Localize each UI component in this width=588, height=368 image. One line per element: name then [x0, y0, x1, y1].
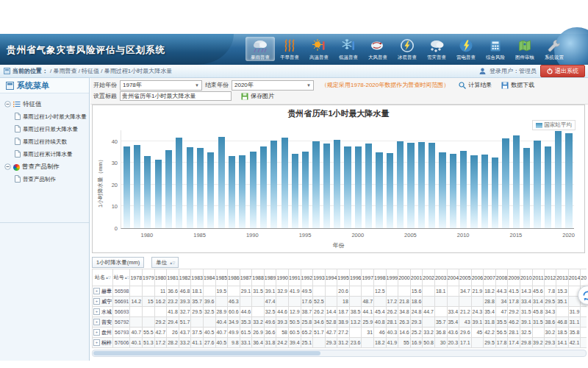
toolbar-item-1[interactable]: 暴雨普查	[245, 37, 275, 61]
bar-slot	[353, 130, 363, 228]
toolbar-item-5[interactable]: 大风普查	[363, 37, 392, 61]
station-name-cell[interactable]: +威宁	[93, 297, 113, 307]
bar-slot	[132, 130, 142, 228]
start-year-label: 开始年份	[93, 81, 117, 89]
bar-slot	[153, 130, 163, 228]
bar-1998	[334, 140, 340, 228]
app-header: 贵州省气象灾害风险评估与区划系统 暴雨普查干旱普查高温普查低温普查大风普查冰雹普…	[0, 34, 588, 65]
horizontal-scrollbar[interactable]	[92, 350, 587, 357]
y-tick-label: 0	[96, 225, 118, 232]
value-cell-57606-2012: 29.3	[544, 338, 556, 348]
toolbar-item-4[interactable]: 低温普查	[334, 37, 363, 61]
toolbar-item-10[interactable]: 图件审核	[510, 37, 539, 61]
tree-section-2[interactable]: 普查产品制作	[4, 163, 89, 171]
toolbar-item-6[interactable]: 冰雹普查	[392, 37, 422, 61]
value-cell-56693-1979	[143, 307, 155, 317]
toolbar-item-label: 综合风险	[482, 54, 509, 60]
unit-chip[interactable]: 1小时降水量(mm)	[92, 257, 144, 268]
row-expander-icon[interactable]: +	[93, 319, 100, 325]
value-cell-56693-2002: 44.7	[423, 307, 435, 317]
row-expander-icon[interactable]: +	[93, 308, 100, 315]
tree-item-2-1[interactable]: 普查产品制作	[15, 175, 89, 184]
bar-slot	[364, 130, 374, 228]
row-expander-icon[interactable]: +	[93, 288, 100, 294]
value-cell-57606-1981: 28.2	[167, 338, 179, 348]
save-image-button[interactable]: 保存图片	[241, 92, 274, 100]
sort-chip[interactable]: 单位▲ ▽	[151, 257, 179, 268]
value-cell-56792-1986: 34.9	[228, 317, 240, 328]
row-expander-icon[interactable]: +	[93, 329, 100, 336]
row-expander-icon[interactable]: +	[93, 298, 100, 305]
data-download-button[interactable]: 数据下载	[501, 81, 534, 89]
bar-slot	[459, 130, 469, 228]
bar-1978	[123, 146, 130, 228]
station-name-cell[interactable]: +桐梓	[93, 338, 113, 348]
value-cell-56793-2012: 30.2	[544, 328, 556, 338]
value-cell-56598-2009: 41.5	[508, 286, 520, 297]
value-cell-56691-1983: 35.7	[191, 297, 204, 307]
toolbar-item-label: 图件审核	[512, 54, 539, 60]
value-cell-56793-1999: 40.3	[386, 328, 398, 338]
value-cell-56792-2003: 35.7	[434, 317, 447, 328]
tree-item-1-4[interactable]: 暴雨过程累计降水量	[15, 150, 89, 159]
station-name-cell[interactable]: +赫章	[93, 286, 113, 297]
toolbar-item-2[interactable]: 干旱普查	[275, 37, 304, 61]
chart-title-input[interactable]	[120, 91, 232, 101]
main-panel: 开始年份 1978年▼ 结束年份 2020年▼ （规定采用1978-2020年数…	[90, 78, 588, 361]
value-cell-56598-1983: 18.1	[191, 286, 204, 297]
chart-panel: 贵州省历年1小时最大降水量 国家站平均 1小时降水量（mm） 198019851…	[92, 105, 585, 253]
value-cell-56792-1999: 28.1	[386, 317, 398, 328]
value-cell-57606-2014: 42.1	[568, 338, 581, 348]
tree-item-1-1[interactable]: 暴雨过程1小时最大降水量	[15, 113, 89, 121]
value-cell-56793-1992: 65.2	[301, 328, 313, 338]
toolbar-item-11[interactable]: 系统设置	[539, 37, 569, 61]
row-expander-icon[interactable]: +	[93, 339, 100, 346]
bar-1980	[144, 156, 151, 228]
station-name-cell[interactable]: +盘州	[93, 328, 113, 338]
value-cell-56691-1981: 23.2	[167, 297, 179, 307]
value-cell-56792-1979	[143, 317, 155, 328]
value-cell-56693-1980	[154, 307, 167, 317]
breadcrumb-path: / 暴雨普查 / 特征值 / 暴雨过程1小时最大降水量	[50, 67, 172, 75]
toolbar-item-8[interactable]: 雷电普查	[451, 37, 481, 61]
toolbar-item-9[interactable]: 综合风险	[481, 37, 510, 61]
value-cell-56792-1983	[191, 317, 204, 328]
sort-arrows-icon: ▲▽	[105, 275, 110, 280]
value-cell-56598-1988: 31.5	[252, 286, 265, 297]
value-cell-56792-2012: 38.6	[544, 317, 556, 328]
value-cell-56793-1983: 37.5	[191, 328, 204, 338]
value-cell-56691-1978: 14.2	[130, 297, 143, 307]
tree-item-label: 暴雨过程累计降水量	[23, 151, 73, 158]
toolbar-item-3[interactable]: 高温普查	[304, 37, 334, 61]
x-tick	[426, 231, 437, 239]
toolbar-item-7[interactable]: 雪灾普查	[422, 37, 451, 61]
x-tick	[257, 231, 268, 239]
column-header-station[interactable]: 站名▲▽	[93, 269, 113, 286]
start-year-select[interactable]: 1978年▼	[120, 80, 202, 91]
station-name-cell[interactable]: +普安	[93, 317, 113, 328]
value-cell-56693-2005: 21.2	[459, 307, 472, 317]
value-cell-57606-1996: 23.6	[349, 338, 362, 348]
x-tick	[521, 231, 531, 239]
column-header-station-id[interactable]: 站号▲▽	[113, 269, 130, 286]
station-name-cell[interactable]: +水城	[93, 307, 113, 317]
tree-item-1-2[interactable]: 暴雨过程日最大降水量	[15, 125, 89, 134]
column-header-year-2015: 2015	[581, 269, 587, 286]
scrollbar-thumb[interactable]	[93, 351, 320, 355]
tree-section-1[interactable]: 特征值	[4, 100, 89, 109]
value-cell-56693-2012: 34.3	[544, 307, 556, 317]
document-icon	[15, 138, 21, 146]
end-year-select[interactable]: 2020年▼	[232, 80, 314, 91]
bar-2020	[565, 133, 572, 228]
value-cell-56792-1998: 40.8	[374, 317, 387, 328]
table-row-2: +威宁5669114.21516.223.239.335.739.646.347…	[93, 297, 587, 307]
value-cell-56792-2004: 35.4	[447, 317, 459, 328]
value-cell-56598-1996	[349, 286, 362, 297]
tree-item-1-3[interactable]: 暴雨过程持续天数	[15, 138, 89, 146]
value-cell-57606-1993	[313, 338, 326, 348]
value-cell-56792-1997: 25.9	[362, 317, 374, 328]
calc-result-button[interactable]: 计算结果	[459, 81, 492, 89]
value-cell-56792-1994: 52.8	[325, 317, 337, 328]
logout-button[interactable]: 退出系统	[540, 65, 585, 77]
column-header-year-1991: 1991	[288, 269, 301, 286]
